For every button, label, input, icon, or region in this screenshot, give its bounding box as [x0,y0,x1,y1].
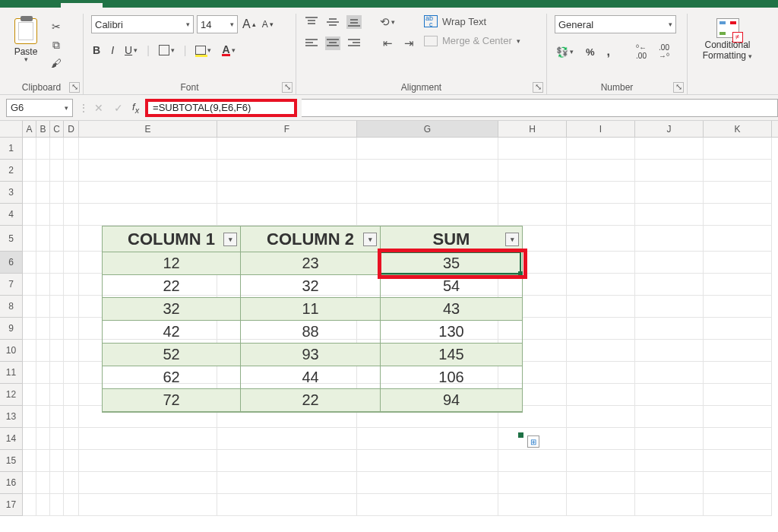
table-resize-handle[interactable] [518,432,523,438]
filter-button[interactable]: ▾ [223,233,237,246]
cell[interactable]: 94 [381,389,522,412]
accounting-format-button[interactable]: 💱▾ [555,46,575,58]
col-header[interactable]: K [704,121,772,137]
row-header[interactable]: 11 [0,362,22,384]
fx-icon[interactable]: fx [132,101,139,115]
row-header[interactable]: 3 [0,182,22,204]
bold-button[interactable]: B [91,44,102,56]
font-size-combo[interactable]: 14 ▾ [197,15,238,33]
col-header[interactable]: C [50,121,64,137]
select-all-corner[interactable] [0,121,23,137]
col-header[interactable]: B [36,121,50,137]
align-middle-button[interactable] [325,15,340,29]
wrap-text-button[interactable]: Wrap Text [424,15,520,27]
row-header[interactable]: 10 [0,340,22,362]
fill-handle[interactable] [518,271,523,276]
decrease-font-button[interactable]: A▾ [261,19,275,30]
filter-button[interactable]: ▾ [363,233,377,246]
cell[interactable]: 42 [103,321,241,344]
decrease-decimal-button[interactable]: .00→⁰ [657,44,671,59]
row-header[interactable]: 13 [0,406,22,428]
row-header[interactable]: 16 [0,472,22,494]
cell[interactable]: 130 [381,321,522,344]
increase-indent-button[interactable]: ⇥ [401,36,416,50]
cell[interactable]: 11 [241,298,381,321]
cell[interactable]: 32 [241,275,381,298]
cell[interactable]: 72 [103,389,241,412]
col-header-active[interactable]: G [357,121,498,137]
cell[interactable]: 12 [103,252,241,275]
cell[interactable]: 22 [241,389,381,412]
cut-icon[interactable]: ✂ [49,20,64,33]
row-header[interactable]: 9 [0,318,22,340]
copy-icon[interactable]: ⧉ [49,38,64,52]
active-ribbon-tab[interactable] [61,3,103,8]
orientation-button[interactable]: ⟲▾ [380,15,395,29]
borders-button[interactable]: ▾ [157,45,176,55]
cell[interactable]: 145 [381,344,522,366]
number-format-combo[interactable]: General ▾ [555,15,676,33]
align-top-button[interactable] [304,15,319,29]
cell-selected[interactable]: 35 [381,252,522,275]
formula-input[interactable]: =SUBTOTAL(9,E6,F6) [145,99,297,117]
name-box[interactable]: G6 ▾ [6,99,73,117]
format-painter-icon[interactable]: 🖌 [49,56,64,70]
cell[interactable]: 32 [103,298,241,321]
italic-button[interactable]: I [109,44,115,56]
row-header-active[interactable]: 6 [0,252,22,274]
row-header[interactable]: 1 [0,138,22,160]
percent-button[interactable]: % [584,46,596,58]
table-header-cell[interactable]: COLUMN 2 ▾ [241,226,381,252]
row-header[interactable]: 12 [0,384,22,406]
table-header-cell[interactable]: SUM ▾ [381,226,522,252]
fill-color-button[interactable]: ▾ [194,46,213,55]
number-launcher[interactable]: ⤡ [673,82,684,93]
align-left-button[interactable] [304,36,319,50]
increase-decimal-button[interactable]: ⁰←.00 [634,44,648,59]
align-center-button[interactable] [325,36,340,50]
col-header[interactable]: I [567,121,635,137]
cancel-formula-icon[interactable]: ✕ [94,102,103,114]
row-header[interactable]: 4 [0,204,22,226]
cell[interactable]: 93 [241,344,381,366]
worksheet[interactable]: A B C D E F G H I J K 1 2 3 4 5 6 7 8 9 … [0,121,778,138]
row-header[interactable]: 14 [0,428,22,450]
col-header[interactable]: J [635,121,704,137]
clipboard-launcher[interactable]: ⤡ [69,82,80,93]
formula-input-extension[interactable] [302,99,778,117]
merge-center-button[interactable]: Merge & Center ▾ [424,35,520,46]
align-bottom-button[interactable] [346,15,362,29]
row-header[interactable]: 2 [0,160,22,182]
align-right-button[interactable] [346,36,362,50]
cell[interactable]: 54 [381,275,522,298]
enter-formula-icon[interactable]: ✓ [114,102,123,114]
alignment-launcher[interactable]: ⤡ [533,82,543,93]
row-header[interactable]: 7 [0,274,22,296]
decrease-indent-button[interactable]: ⇤ [380,36,395,50]
row-header[interactable]: 15 [0,450,22,472]
font-color-button[interactable]: A▾ [220,45,236,56]
cell[interactable]: 88 [241,321,381,344]
table-header-cell[interactable]: COLUMN 1 ▾ [103,226,241,252]
cell[interactable]: 62 [103,366,241,389]
conditional-formatting-button[interactable]: ≠ Conditional Formatting ▾ [695,15,760,61]
cell[interactable]: 106 [381,366,522,389]
cell[interactable]: 43 [381,298,522,321]
comma-button[interactable]: , [606,45,612,59]
row-header[interactable]: 8 [0,296,22,318]
underline-button[interactable]: U▾ [123,44,139,56]
row-header[interactable]: 5 [0,226,22,252]
cell[interactable]: 44 [241,366,381,389]
font-launcher[interactable]: ⤡ [282,82,293,93]
col-header[interactable]: D [64,121,79,137]
col-header[interactable]: A [23,121,36,137]
font-name-combo[interactable]: Calibri ▾ [91,15,194,33]
filter-button[interactable]: ▾ [505,233,519,246]
paste-button[interactable]: Paste ▾ [8,15,44,70]
autofill-options-button[interactable]: ⊞ [527,435,539,448]
increase-font-button[interactable]: A▴ [241,17,258,31]
cell[interactable]: 23 [241,252,381,275]
col-header[interactable]: F [217,121,357,137]
col-header[interactable]: E [79,121,217,137]
cell[interactable]: 22 [103,275,241,298]
